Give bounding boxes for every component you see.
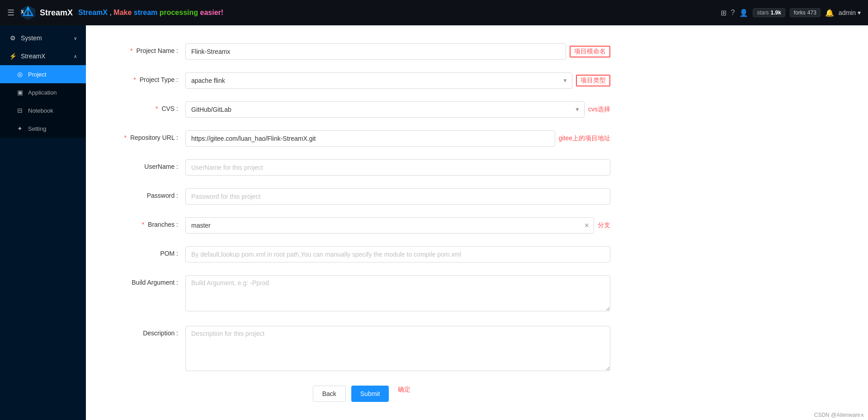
admin-arrow-icon: ▾ [858, 9, 861, 16]
sidebar-streamx-label: StreamX [21, 52, 45, 60]
streamx-arrow-icon: ∧ [74, 54, 77, 59]
sidebar-menu: ⚙ System ∨ ⚡ StreamX ∧ ◎ Project ▣ Appli… [0, 25, 86, 141]
form-row-build-arg: Build Argument : [113, 275, 610, 313]
build-arg-field [185, 275, 610, 313]
branches-input[interactable] [185, 217, 594, 234]
form-row-pom: POM : [113, 246, 610, 262]
header: ☰ X StreamX StreamX , Make stream proces… [0, 0, 868, 25]
header-left: ☰ X StreamX StreamX , Make stream proces… [7, 5, 223, 21]
form-row-username: UserName : [113, 159, 610, 176]
sidebar-project-label: Project [28, 71, 46, 78]
description-label: Description : [113, 326, 185, 337]
form-row-cvs: * CVS : GitHub/GitLab ▼ cvs选择 [113, 101, 610, 118]
project-name-input[interactable] [185, 43, 566, 60]
submit-button[interactable]: Submit [351, 386, 389, 402]
required-star-4: * [124, 134, 127, 141]
sidebar-system-label: System [21, 34, 42, 42]
project-type-field: apache flink ▼ 项目类型 [185, 72, 610, 89]
notebook-icon: ⊟ [16, 107, 24, 114]
required-star-3: * [156, 105, 158, 112]
watermark: CSDN @Alienware∧ [814, 412, 864, 418]
title-streamx: StreamX [78, 9, 108, 16]
repo-url-label: * Repository URL : [113, 130, 185, 141]
title-comma: , [108, 9, 112, 16]
form-row-repo-url: * Repository URL : gitee上的项目地址 [113, 130, 610, 147]
stars-count: 1.9k [770, 10, 781, 16]
pom-label: POM : [113, 246, 185, 257]
menu-icon[interactable]: ☰ [7, 8, 14, 18]
stars-badge[interactable]: stars 1.9k [753, 8, 785, 17]
branches-clear-icon[interactable]: ✕ [584, 222, 590, 229]
form-row-branches: * Branches : ✕ 分支 [113, 217, 610, 234]
sidebar-application-label: Application [28, 89, 57, 96]
required-star-5: * [142, 221, 144, 228]
stars-label: stars [757, 10, 769, 16]
application-icon: ▣ [16, 89, 24, 96]
password-input[interactable] [185, 188, 610, 205]
sidebar-setting-label: Setting [28, 125, 46, 132]
title-stream: stream [132, 9, 157, 16]
repo-url-input[interactable] [185, 130, 555, 147]
system-icon: ⚙ [9, 34, 16, 42]
cvs-label: * CVS : [113, 101, 185, 112]
cvs-field: GitHub/GitLab ▼ cvs选择 [185, 101, 610, 118]
forks-badge[interactable]: forks 473 [790, 8, 821, 17]
setting-icon: ✦ [16, 125, 24, 132]
logo-icon: X [20, 5, 36, 21]
project-name-label: * Project Name : [113, 43, 185, 54]
title-make: Make [112, 9, 132, 16]
branches-input-wrapper: ✕ [185, 217, 594, 234]
build-arg-textarea[interactable] [185, 275, 610, 311]
form-container: * Project Name : 项目模命名 * Project Type : [113, 43, 610, 420]
back-button[interactable]: Back [313, 386, 346, 402]
svg-text:X: X [21, 10, 24, 14]
logo: X StreamX [20, 5, 73, 21]
description-field [185, 326, 610, 373]
form-row-project-name: * Project Name : 项目模命名 [113, 43, 610, 60]
admin-button[interactable]: admin ▾ [839, 9, 861, 16]
header-right: ⊞ ? 👤 stars 1.9k forks 473 🔔 admin ▾ [721, 8, 861, 17]
sidebar-item-notebook[interactable]: ⊟ Notebook [0, 101, 86, 119]
content-area: * Project Name : 项目模命名 * Project Type : [86, 25, 868, 420]
description-textarea[interactable] [185, 326, 610, 371]
logo-text: StreamX [40, 8, 73, 18]
streamx-icon: ⚡ [9, 52, 16, 60]
pom-field [185, 246, 610, 262]
username-field [185, 159, 610, 176]
sidebar-item-streamx[interactable]: ⚡ StreamX ∧ [0, 47, 86, 65]
admin-label: admin [839, 9, 856, 16]
title-processing: processing [157, 9, 198, 16]
question-icon[interactable]: ? [731, 9, 735, 17]
confirm-annotation: 确定 [398, 386, 410, 402]
forks-count: 473 [807, 10, 816, 16]
required-star: * [130, 47, 132, 54]
sidebar-item-setting[interactable]: ✦ Setting [0, 119, 86, 138]
username-input[interactable] [185, 159, 610, 176]
cvs-select-wrapper: GitHub/GitLab ▼ [185, 101, 585, 118]
cvs-select[interactable]: GitHub/GitLab [185, 101, 585, 118]
sidebar-item-project[interactable]: ◎ Project [0, 65, 86, 83]
user-icon[interactable]: 👤 [739, 9, 748, 17]
forks-label: forks [794, 10, 806, 16]
sidebar-item-application[interactable]: ▣ Application [0, 83, 86, 101]
required-star-2: * [133, 76, 136, 83]
main-layout: ⚙ System ∨ ⚡ StreamX ∧ ◎ Project ▣ Appli… [0, 25, 868, 420]
header-title: StreamX , Make stream processing easier! [78, 9, 223, 17]
sidebar: ⚙ System ∨ ⚡ StreamX ∧ ◎ Project ▣ Appli… [0, 25, 86, 420]
form-row-password: Password : [113, 188, 610, 205]
sidebar-item-system[interactable]: ⚙ System ∨ [0, 29, 86, 47]
project-name-annotation: 项目模命名 [570, 46, 610, 57]
form-row-description: Description : [113, 326, 610, 373]
build-arg-label: Build Argument : [113, 275, 185, 286]
sidebar-sub: ◎ Project ▣ Application ⊟ Notebook ✦ Set… [0, 65, 86, 138]
project-type-select[interactable]: apache flink [185, 72, 572, 89]
project-icon: ◎ [16, 71, 24, 78]
title-easier: easier! [198, 9, 223, 16]
username-label: UserName : [113, 159, 185, 170]
pom-input[interactable] [185, 246, 610, 262]
repo-url-field: gitee上的项目地址 [185, 130, 610, 147]
bell-icon[interactable]: 🔔 [825, 9, 834, 17]
project-name-field: 项目模命名 [185, 43, 610, 60]
grid-icon[interactable]: ⊞ [721, 9, 726, 17]
form-buttons: Back Submit 确定 [113, 386, 610, 420]
